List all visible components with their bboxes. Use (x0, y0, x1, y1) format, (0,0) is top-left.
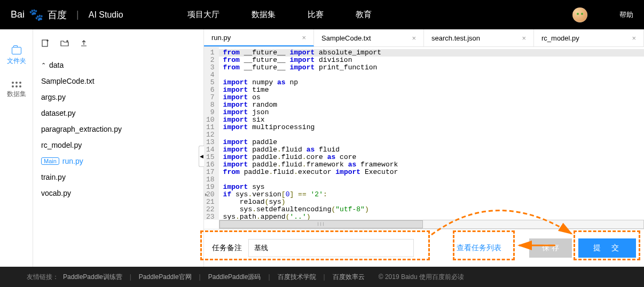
footer-link[interactable]: PaddlePaddle训练营 (63, 273, 122, 282)
footer-label: 友情链接： (27, 273, 59, 282)
tab-rcmodel[interactable]: rc_model.py× (534, 29, 644, 46)
tab-search-json[interactable]: search.test.json× (424, 29, 534, 46)
main-badge: Main (41, 157, 59, 165)
paw-icon: 🐾 (29, 8, 43, 22)
new-folder-icon[interactable] (60, 39, 69, 47)
dots-icon (12, 82, 21, 87)
file-item[interactable]: rc_model.py (33, 137, 203, 153)
chevron-down-icon: ⌃ (41, 62, 46, 69)
footer-link[interactable]: 百度技术学院 (278, 273, 316, 282)
file-run-py[interactable]: Main run.py (33, 153, 203, 169)
main-area: 文件夹 数据集 ⌃data SampleCode.txt args.py dat… (0, 29, 644, 267)
file-item[interactable]: vocab.py (33, 185, 203, 201)
logo[interactable]: Bai🐾百度 | AI Studio (11, 8, 123, 22)
logo-cn: 百度 (48, 9, 67, 21)
nav-projects[interactable]: 项目大厅 (187, 10, 219, 20)
logo-text: Bai (11, 9, 25, 20)
line-gutter: 123456789101112131415161718192021222324 (204, 47, 219, 220)
close-icon[interactable]: × (522, 34, 526, 42)
folder-data[interactable]: ⌃data (33, 57, 203, 73)
tab-run-py[interactable]: run.py× (204, 29, 314, 46)
tab-samplecode[interactable]: SampleCode.txt× (314, 29, 424, 46)
main-nav: 项目大厅 数据集 比赛 教育 (187, 10, 372, 20)
collapse-handle[interactable]: ◀ (199, 146, 204, 167)
new-file-icon[interactable] (41, 39, 50, 47)
file-panel: ⌃data SampleCode.txt args.py dataset.py … (33, 29, 204, 267)
view-task-list-link[interactable]: 查看任务列表 (457, 243, 501, 253)
code-content[interactable]: from __future__ import absolute_importfr… (219, 47, 644, 220)
file-tree: ⌃data SampleCode.txt args.py dataset.py … (33, 57, 203, 201)
file-item[interactable]: train.py (33, 169, 203, 185)
save-button[interactable]: 保 存 (529, 238, 572, 258)
footer-link[interactable]: 百度效率云 (333, 273, 365, 282)
nav-edu[interactable]: 教育 (356, 10, 372, 20)
sidebar-files[interactable]: 文件夹 (7, 43, 26, 74)
horizontal-scrollbar[interactable]: ∣∣∣ (219, 220, 644, 229)
nav-datasets[interactable]: 数据集 (252, 10, 276, 20)
footer-link[interactable]: PaddlePaddle源码 (208, 273, 261, 282)
file-item[interactable]: dataset.py (33, 105, 203, 121)
top-bar: Bai🐾百度 | AI Studio 项目大厅 数据集 比赛 教育 帮助 (0, 0, 644, 29)
logo-studio: AI Studio (89, 10, 123, 20)
avatar[interactable] (572, 7, 587, 22)
upload-icon[interactable] (80, 39, 88, 47)
sidebar-nav: 文件夹 数据集 (0, 29, 33, 267)
sidebar-dataset-label: 数据集 (7, 90, 26, 99)
remark-input[interactable] (248, 239, 414, 257)
close-icon[interactable]: × (632, 34, 636, 42)
editor-tabs: run.py× SampleCode.txt× search.test.json… (204, 29, 644, 47)
editor-area: run.py× SampleCode.txt× search.test.json… (204, 29, 644, 267)
footer-copyright: © 2019 Baidu 使用百度前必读 (379, 273, 464, 282)
close-icon[interactable]: × (302, 34, 306, 42)
task-bar: 任务备注 查看任务列表 保 存 提 交 (204, 229, 644, 267)
footer: 友情链接： PaddlePaddle训练营| PaddlePaddle官网| P… (0, 267, 644, 287)
logo-sep: | (76, 9, 79, 20)
nav-help[interactable]: 帮助 (619, 10, 633, 20)
folder-icon (12, 47, 21, 54)
sidebar-files-label: 文件夹 (7, 57, 26, 66)
remark-label: 任务备注 (212, 243, 242, 253)
close-icon[interactable]: × (412, 34, 416, 42)
nav-compete[interactable]: 比赛 (308, 10, 324, 20)
code-editor[interactable]: 123456789101112131415161718192021222324 … (204, 47, 644, 220)
footer-link[interactable]: PaddlePaddle官网 (139, 273, 192, 282)
file-item[interactable]: SampleCode.txt (33, 73, 203, 89)
submit-button[interactable]: 提 交 (578, 238, 636, 258)
file-item[interactable]: paragraph_extraction.py (33, 121, 203, 137)
sidebar-dataset[interactable]: 数据集 (7, 77, 26, 107)
file-toolbar (33, 39, 203, 47)
svg-rect-0 (42, 40, 48, 46)
file-item[interactable]: args.py (33, 89, 203, 105)
